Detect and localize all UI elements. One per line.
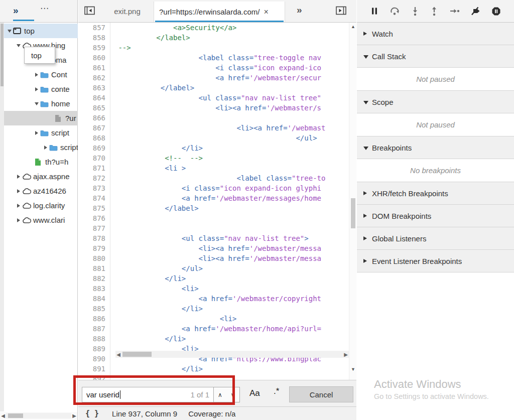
next-match-button[interactable]: ∨ (226, 387, 240, 402)
search-input[interactable]: var userid 1 of 1 (82, 387, 214, 402)
hide-navigator-icon[interactable] (84, 6, 95, 15)
tab-exit-png[interactable]: exit.png (101, 0, 154, 22)
pretty-print-icon[interactable]: { } (85, 409, 99, 418)
match-case-toggle[interactable]: Aa (249, 388, 260, 398)
line-number[interactable]: 890 (78, 354, 110, 364)
line-number[interactable]: 877 (78, 223, 110, 233)
line-number[interactable]: 884 (78, 294, 110, 304)
expander-right-icon[interactable] (42, 146, 49, 150)
tree-item-az416426[interactable]: az416426 (4, 184, 78, 198)
line-number[interactable]: 868 (78, 133, 110, 143)
tree-item-log-clarity[interactable]: log.clarity (4, 198, 78, 213)
section-watch[interactable]: Watch (357, 23, 514, 45)
line-number[interactable]: 860 (78, 53, 110, 63)
line-number[interactable]: 870 (78, 153, 110, 163)
previous-match-button[interactable]: ∧ (213, 387, 227, 402)
deactivate-breakpoints-icon[interactable] (471, 7, 480, 16)
expander-down-icon[interactable] (33, 102, 40, 105)
line-number[interactable]: 858 (78, 33, 110, 43)
cancel-button[interactable]: Cancel (289, 386, 353, 402)
line-number[interactable]: 869 (78, 143, 110, 153)
regex-toggle[interactable]: .* (274, 386, 279, 396)
expander-right-icon[interactable] (15, 189, 22, 193)
line-number[interactable]: 882 (78, 273, 110, 284)
step-into-icon[interactable] (411, 7, 419, 16)
scrollbar-track[interactable] (121, 351, 343, 357)
tree-item-script[interactable]: script (4, 125, 78, 140)
line-number[interactable]: 887 (78, 324, 110, 334)
expander-down-icon[interactable] (15, 44, 22, 47)
line-number[interactable]: 872 (78, 173, 110, 183)
scroll-right-icon[interactable]: ▶ (71, 413, 77, 418)
tree-item--ur[interactable]: ?ur (4, 111, 78, 125)
navigator-vertical-scrollbar[interactable] (0, 23, 4, 411)
line-number[interactable]: 873 (78, 183, 110, 193)
navigator-more-options-button[interactable]: ⋯ (40, 3, 50, 14)
section-scope[interactable]: Scope (357, 91, 514, 113)
line-number[interactable]: 871 (78, 163, 110, 173)
line-number[interactable]: 889 (78, 344, 110, 354)
line-number[interactable]: 861 (78, 63, 110, 73)
section-event-listener-breakpoints[interactable]: Event Listener Breakpoints (357, 250, 514, 272)
line-number[interactable]: 879 (78, 243, 110, 253)
pause-script-icon[interactable] (370, 7, 379, 16)
more-tabs-button[interactable]: » (297, 5, 301, 16)
scrollbar-thumb[interactable] (122, 352, 152, 357)
line-number[interactable]: 874 (78, 193, 110, 203)
section-dom-breakpoints[interactable]: DOM Breakpoints (357, 205, 514, 227)
editor-horizontal-scrollbar[interactable]: ◀ ▶ (115, 351, 349, 358)
close-tab-icon[interactable]: × (264, 8, 269, 17)
tree-item-cont[interactable]: Cont (4, 67, 78, 82)
line-number[interactable]: 864 (78, 93, 110, 103)
expander-right-icon[interactable] (15, 175, 22, 179)
line-number[interactable]: 862 (78, 73, 110, 83)
section-call-stack[interactable]: Call Stack (357, 45, 514, 68)
expander-right-icon[interactable] (33, 73, 40, 77)
navigator-horizontal-scrollbar[interactable]: ◀ ▶ (0, 412, 77, 419)
line-number[interactable]: 859 (78, 43, 110, 53)
step-out-icon[interactable] (430, 7, 438, 16)
tree-item-home[interactable]: home (4, 96, 78, 111)
section-xhr-fetch-breakpoints[interactable]: XHR/fetch Breakpoints (357, 182, 514, 205)
scrollbar-thumb[interactable] (1, 24, 4, 86)
section-global-listeners[interactable]: Global Listeners (357, 227, 514, 250)
line-number[interactable]: 881 (78, 263, 110, 273)
tree-item-top[interactable]: top (4, 24, 78, 38)
step-over-icon[interactable] (390, 7, 400, 16)
scroll-left-icon[interactable]: ◀ (115, 352, 121, 357)
tree-item-www-clari[interactable]: www.clari (4, 213, 78, 227)
section-breakpoints[interactable]: Breakpoints (357, 136, 514, 159)
editor-vertical-scrollbar[interactable]: ▲ ▼ (349, 23, 356, 380)
line-number[interactable]: 878 (78, 233, 110, 243)
scrollbar-thumb[interactable] (351, 198, 355, 228)
scroll-up-icon[interactable]: ▲ (349, 24, 357, 29)
line-number[interactable]: 892 (78, 374, 110, 380)
line-number[interactable]: 888 (78, 334, 110, 344)
tree-item-script[interactable]: script (4, 140, 78, 155)
line-number[interactable]: 886 (78, 314, 110, 324)
scrollbar-thumb[interactable] (8, 413, 23, 418)
expander-right-icon[interactable] (33, 131, 40, 135)
line-number[interactable]: 875 (78, 203, 110, 213)
line-number[interactable]: 866 (78, 113, 110, 123)
line-number[interactable]: 863 (78, 83, 110, 93)
code-editor[interactable]: 857 <a>Security</a>858 </label>859 -->86… (78, 23, 356, 380)
line-number[interactable]: 865 (78, 103, 110, 113)
line-number[interactable]: 880 (78, 253, 110, 263)
scroll-left-icon[interactable]: ◀ (0, 413, 6, 418)
line-number[interactable]: 891 (78, 364, 110, 374)
expander-right-icon[interactable] (33, 87, 40, 91)
line-number[interactable]: 867 (78, 123, 110, 133)
tree-item-th-u-h[interactable]: th?u=h (4, 155, 78, 169)
tree-item-conte[interactable]: conte (4, 82, 78, 96)
line-number[interactable]: 857 (78, 23, 110, 33)
line-number[interactable]: 885 (78, 304, 110, 314)
tree-item-ajax-aspne[interactable]: ajax.aspne (4, 169, 78, 184)
step-icon[interactable] (450, 7, 460, 15)
line-number[interactable]: 876 (78, 213, 110, 223)
expander-right-icon[interactable] (15, 218, 22, 222)
expander-down-icon[interactable] (6, 30, 13, 33)
show-debugger-panel-icon[interactable] (336, 6, 346, 15)
expander-right-icon[interactable] (15, 204, 22, 208)
tab-active-url[interactable]: ?url=https://erwinsalarda.com/ × (154, 2, 285, 22)
